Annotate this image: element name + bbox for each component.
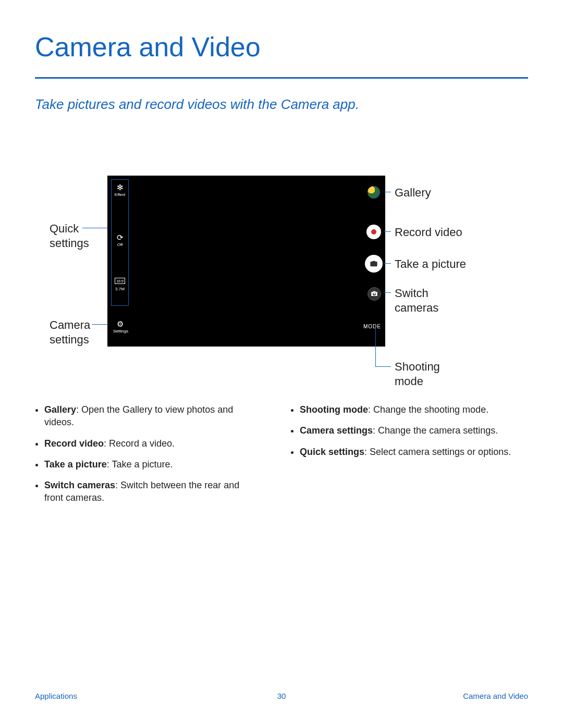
- effect-icon: ✻ Effect: [113, 183, 127, 197]
- timer-icon: ⟳ Off: [113, 233, 127, 247]
- callout-take-picture: Take a picture: [395, 257, 466, 272]
- switch-camera-icon: [368, 287, 381, 301]
- footer-chapter: Camera and Video: [463, 692, 528, 700]
- callout-quick-settings: Quick settings: [50, 221, 89, 250]
- bullet-item: Gallery: Open the Gallery to view photos…: [44, 403, 259, 429]
- mode-label: MODE: [363, 324, 381, 329]
- effect-label: Effect: [115, 192, 125, 197]
- lead-line: [92, 324, 107, 325]
- bullet-item: Camera settings: Change the camera setti…: [300, 424, 515, 437]
- page-title: Camera and Video: [35, 31, 261, 63]
- title-divider: [35, 77, 528, 79]
- bullet-column-left: Gallery: Open the Gallery to view photos…: [35, 403, 259, 513]
- page-subtitle: Take pictures and record videos with the…: [35, 96, 359, 113]
- settings-label: Settings: [113, 329, 128, 334]
- settings-icon: ⚙ Settings: [113, 319, 127, 334]
- bullet-item: Quick settings: Select camera settings o…: [300, 446, 515, 458]
- callout-gallery: Gallery: [395, 186, 431, 200]
- lead-line: [384, 192, 391, 192]
- callout-camera-settings: Camera settings: [50, 318, 90, 347]
- gallery-icon: [366, 185, 381, 200]
- timer-label: Off: [117, 242, 123, 247]
- bullet-column-right: Shooting mode: Change the shooting mode.…: [290, 403, 515, 466]
- lead-line: [375, 327, 376, 367]
- callout-switch-cameras: Switch cameras: [395, 286, 438, 315]
- callout-record: Record video: [395, 225, 462, 240]
- lead-line: [384, 263, 391, 264]
- bullet-item: Switch cameras: Switch between the rear …: [44, 479, 259, 504]
- lead-line: [82, 228, 107, 228]
- lead-line: [375, 366, 391, 367]
- bullet-item: Record video: Record a video.: [44, 437, 259, 450]
- camera-icon: [365, 255, 383, 273]
- camera-app-screenshot: ✻ Effect ⟳ Off 16:9 3.7M ⚙ Settings MODE: [107, 176, 385, 347]
- bullet-item: Take a picture: Take a picture.: [44, 458, 259, 471]
- lead-line: [384, 231, 391, 232]
- lead-line: [384, 292, 391, 293]
- resolution-label: 3.7M: [113, 287, 127, 291]
- aspect-ratio-icon: 16:9: [115, 278, 125, 284]
- record-icon: [366, 225, 381, 239]
- callout-shooting-mode: Shooting mode: [395, 360, 440, 388]
- bullet-item: Shooting mode: Change the shooting mode.: [300, 403, 515, 416]
